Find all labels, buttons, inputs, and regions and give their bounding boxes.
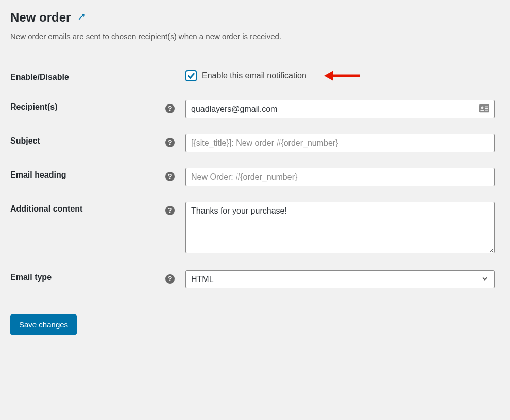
red-arrow-annotation-icon [324, 72, 360, 80]
enable-checkbox-wrap[interactable]: Enable this email notification [185, 70, 495, 81]
additional-content-textarea[interactable] [185, 202, 495, 253]
page-title: New order [10, 10, 71, 25]
subject-input[interactable] [185, 134, 495, 152]
email-type-label: Email type [10, 262, 165, 296]
help-icon[interactable]: ? [165, 206, 175, 215]
heading-label: Email heading [10, 160, 165, 194]
recipients-input[interactable] [185, 100, 495, 118]
email-heading-input[interactable] [185, 168, 495, 186]
recipients-label: Recipient(s) [10, 92, 165, 126]
email-type-select[interactable]: HTML [185, 270, 495, 288]
page-description: New order emails are sent to chosen reci… [10, 32, 500, 41]
save-changes-button[interactable]: Save changes [10, 314, 77, 335]
help-icon[interactable]: ? [165, 172, 175, 181]
help-icon[interactable]: ? [165, 274, 175, 284]
back-arrow-icon [77, 12, 87, 23]
subject-label: Subject [10, 126, 165, 160]
help-icon[interactable]: ? [165, 138, 175, 147]
back-link[interactable] [77, 12, 87, 23]
enable-checkbox[interactable] [185, 70, 197, 81]
additional-content-label: Additional content [10, 194, 165, 262]
help-icon[interactable]: ? [165, 104, 175, 113]
enable-label: Enable/Disable [10, 62, 165, 92]
enable-checkbox-label: Enable this email notification [202, 71, 307, 80]
